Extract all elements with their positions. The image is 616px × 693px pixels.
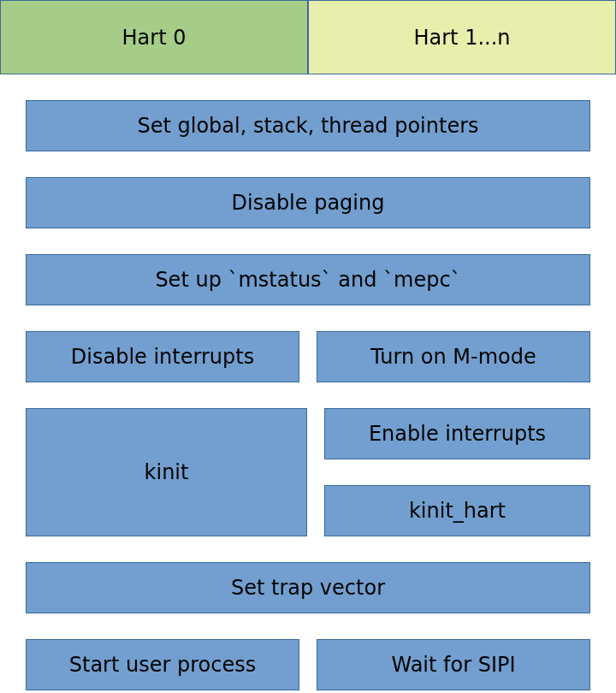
diagram-body: Set global, stack, thread pointers Disab… — [0, 100, 616, 690]
label-disable-interrupts: Disable interrupts — [71, 345, 254, 369]
label-set-pointers: Set global, stack, thread pointers — [137, 114, 478, 138]
box-kinit: kinit — [26, 408, 307, 536]
label-set-trap-vector: Set trap vector — [231, 576, 385, 600]
row-set-pointers: Set global, stack, thread pointers — [26, 100, 590, 151]
header-row: Hart 0 Hart 1...n — [0, 0, 616, 74]
row-disable-paging: Disable paging — [26, 177, 590, 228]
box-enable-interrupts: Enable interrupts — [324, 408, 590, 459]
row-interrupts-mmode: Disable interrupts Turn on M-mode — [26, 331, 590, 382]
label-kinit: kinit — [145, 460, 189, 484]
box-turn-on-mmode: Turn on M-mode — [317, 331, 590, 382]
kinit-right-column: Enable interrupts kinit_hart — [324, 408, 590, 536]
box-set-trap-vector: Set trap vector — [26, 562, 590, 613]
box-disable-interrupts: Disable interrupts — [26, 331, 299, 382]
box-set-pointers: Set global, stack, thread pointers — [26, 100, 590, 151]
header-hart0: Hart 0 — [0, 0, 308, 74]
row-kinit: kinit Enable interrupts kinit_hart — [26, 408, 590, 536]
header-hart1n-label: Hart 1...n — [413, 26, 510, 50]
label-disable-paging: Disable paging — [232, 191, 385, 215]
header-hart0-label: Hart 0 — [122, 26, 187, 50]
label-start-user-process: Start user process — [69, 653, 256, 677]
box-setup-mstatus: Set up `mstatus` and `mepc` — [26, 254, 590, 305]
row-final: Start user process Wait for SIPI — [26, 639, 590, 690]
label-kinit-hart: kinit_hart — [409, 499, 506, 523]
row-setup-mstatus: Set up `mstatus` and `mepc` — [26, 254, 590, 305]
header-hart1n: Hart 1...n — [308, 0, 616, 74]
label-wait-for-sipi: Wait for SIPI — [391, 653, 515, 677]
box-kinit-hart: kinit_hart — [324, 485, 590, 536]
box-disable-paging: Disable paging — [26, 177, 590, 228]
row-set-trap-vector: Set trap vector — [26, 562, 590, 613]
label-enable-interrupts: Enable interrupts — [369, 422, 546, 446]
box-wait-for-sipi: Wait for SIPI — [317, 639, 590, 690]
label-setup-mstatus: Set up `mstatus` and `mepc` — [155, 268, 460, 292]
box-start-user-process: Start user process — [26, 639, 299, 690]
label-turn-on-mmode: Turn on M-mode — [370, 345, 536, 369]
